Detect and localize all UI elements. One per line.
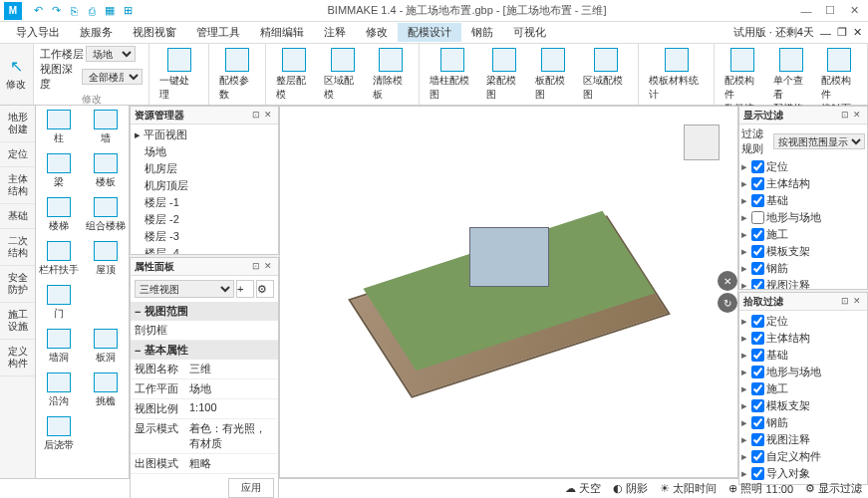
prop-value[interactable]: 着色：有光照，有材质: [185, 419, 278, 453]
tool-1-0[interactable]: 梁: [36, 149, 83, 193]
pin4-icon[interactable]: ⊡: [839, 296, 851, 308]
rib-btn-3-2[interactable]: 清除模板: [369, 46, 413, 104]
rib-select-工作楼层[interactable]: 场地: [86, 46, 136, 62]
filter-checkbox[interactable]: [751, 262, 764, 275]
tree-item-4[interactable]: 楼层 -1: [133, 194, 276, 211]
tool-2-1[interactable]: 组合楼梯: [83, 193, 130, 237]
filter-item-6[interactable]: ▸钢筋: [741, 260, 865, 277]
prop-value[interactable]: 1:100: [185, 399, 278, 418]
expand-icon[interactable]: ▸: [741, 416, 749, 429]
qat-icon-4[interactable]: ⎙: [84, 3, 100, 19]
expand-icon[interactable]: ▸: [741, 366, 749, 378]
expand-icon[interactable]: ▸: [741, 245, 749, 258]
expand-icon[interactable]: ▸: [741, 433, 749, 446]
filter-checkbox[interactable]: [751, 366, 764, 378]
menu-5[interactable]: 注释: [314, 23, 356, 42]
tree-item-3[interactable]: 机房顶层: [133, 177, 276, 194]
tool-4-0[interactable]: 门: [36, 281, 83, 325]
filter-item-3[interactable]: ▸地形与场地: [741, 364, 865, 380]
filter-item-4[interactable]: ▸施工: [741, 380, 865, 397]
filter-item-2[interactable]: ▸基础: [741, 347, 865, 364]
maximize-button[interactable]: ☐: [822, 3, 838, 19]
status-4[interactable]: ⚙显示过滤: [805, 481, 862, 496]
tool-6-1[interactable]: 挑檐: [83, 369, 130, 412]
expand-icon[interactable]: ▸: [741, 315, 749, 328]
filter-item-0[interactable]: ▸定位: [741, 158, 865, 175]
filter-checkbox[interactable]: [751, 194, 764, 207]
expand-icon[interactable]: ▸: [741, 399, 749, 412]
tool-3-0[interactable]: 栏杆扶手: [36, 237, 83, 281]
filter-rule-select[interactable]: 按视图范围显示: [773, 133, 865, 149]
nav-refresh-icon[interactable]: ↻: [718, 293, 737, 313]
tool-6-0[interactable]: 沿沟: [36, 369, 83, 412]
filter-item-1[interactable]: ▸主体结构: [741, 175, 865, 192]
prop-value[interactable]: 场地: [185, 379, 278, 398]
menu-2[interactable]: 视图视窗: [123, 23, 186, 42]
tree-item-7[interactable]: 楼层 -4: [133, 245, 276, 254]
filter-checkbox[interactable]: [751, 279, 764, 289]
restore-icon[interactable]: ❐: [837, 26, 847, 39]
tool-5-1[interactable]: 板洞: [83, 325, 130, 369]
tool-1-1[interactable]: 楼板: [83, 149, 130, 193]
filter-checkbox[interactable]: [751, 382, 764, 395]
status-2[interactable]: ☀太阳时间: [660, 481, 717, 496]
resource-tree[interactable]: ▸ 平面视图场地机房层机房顶层楼层 -1楼层 -2楼层 -3楼层 -4: [131, 124, 278, 254]
filter-checkbox[interactable]: [751, 177, 764, 190]
rib-btn-3-1[interactable]: 区域配模: [320, 46, 364, 104]
tree-item-5[interactable]: 楼层 -2: [133, 211, 276, 228]
filter-checkbox[interactable]: [751, 245, 764, 258]
add-icon[interactable]: +: [236, 280, 254, 298]
expand-icon[interactable]: ▸: [741, 211, 749, 224]
rib-btn-4-3[interactable]: 区域配模图: [579, 46, 632, 104]
min2-icon[interactable]: —: [820, 27, 831, 39]
prop-value[interactable]: [185, 321, 278, 340]
filter-checkbox[interactable]: [751, 349, 764, 362]
side-3[interactable]: 基础: [0, 204, 35, 229]
expand-icon[interactable]: ▸: [741, 467, 749, 480]
minimize-button[interactable]: —: [798, 3, 814, 19]
filter-item-3[interactable]: ▸地形与场地: [741, 209, 865, 226]
menu-6[interactable]: 修改: [356, 23, 398, 42]
menu-9[interactable]: 可视化: [503, 23, 556, 42]
rib-btn-4-0[interactable]: 墙柱配模图: [426, 46, 478, 104]
menu-8[interactable]: 钢筋: [461, 23, 503, 42]
filter-checkbox[interactable]: [751, 228, 764, 241]
gear-icon[interactable]: ⚙: [256, 280, 274, 298]
apply-button[interactable]: 应用: [228, 478, 274, 498]
rib-btn-4-2[interactable]: 板配模图: [531, 46, 575, 104]
expand-icon[interactable]: ▸: [741, 349, 749, 362]
status-3[interactable]: ⊕照明11:00: [728, 481, 793, 496]
close4-icon[interactable]: ✕: [851, 296, 863, 308]
menu-3[interactable]: 管理工具: [186, 23, 250, 42]
filter-item-2[interactable]: ▸基础: [741, 192, 865, 209]
tree-item-0[interactable]: ▸ 平面视图: [133, 126, 276, 143]
rib-btn-5-0[interactable]: 模板材料统计: [645, 46, 708, 104]
status-1[interactable]: ◐阴影: [613, 481, 648, 496]
redo-icon[interactable]: ↷: [48, 3, 64, 19]
tool-7-0[interactable]: 后浇带: [36, 412, 83, 456]
filter-checkbox[interactable]: [751, 332, 764, 345]
side-0[interactable]: 地形创建: [0, 106, 35, 142]
qat-icon-5[interactable]: ▦: [102, 3, 118, 19]
pin3-icon[interactable]: ⊡: [839, 110, 851, 122]
filter-item-9[interactable]: ▸导入对象: [741, 465, 865, 482]
filter-checkbox[interactable]: [751, 433, 764, 446]
undo-icon[interactable]: ↶: [30, 3, 46, 19]
tool-3-1[interactable]: 屋顶: [83, 237, 130, 281]
close3-icon[interactable]: ✕: [851, 110, 863, 122]
filter-item-6[interactable]: ▸钢筋: [741, 414, 865, 431]
menu-1[interactable]: 族服务: [70, 23, 123, 42]
tree-item-1[interactable]: 场地: [133, 143, 276, 160]
3d-viewport[interactable]: ✕ ↻: [279, 106, 738, 478]
tree-item-2[interactable]: 机房层: [133, 160, 276, 177]
filter-checkbox[interactable]: [751, 450, 764, 463]
rib-btn-2-0[interactable]: 配模参数: [215, 46, 259, 104]
property-type-select[interactable]: 三维视图: [135, 280, 234, 298]
filter-checkbox[interactable]: [751, 416, 764, 429]
side-1[interactable]: 定位: [0, 142, 35, 167]
expand-icon[interactable]: ▸: [741, 450, 749, 463]
expand-icon[interactable]: ▸: [741, 194, 749, 207]
qat-icon-6[interactable]: ⊞: [120, 3, 136, 19]
pin-icon[interactable]: ⊡: [250, 110, 262, 122]
filter-checkbox[interactable]: [751, 160, 764, 173]
